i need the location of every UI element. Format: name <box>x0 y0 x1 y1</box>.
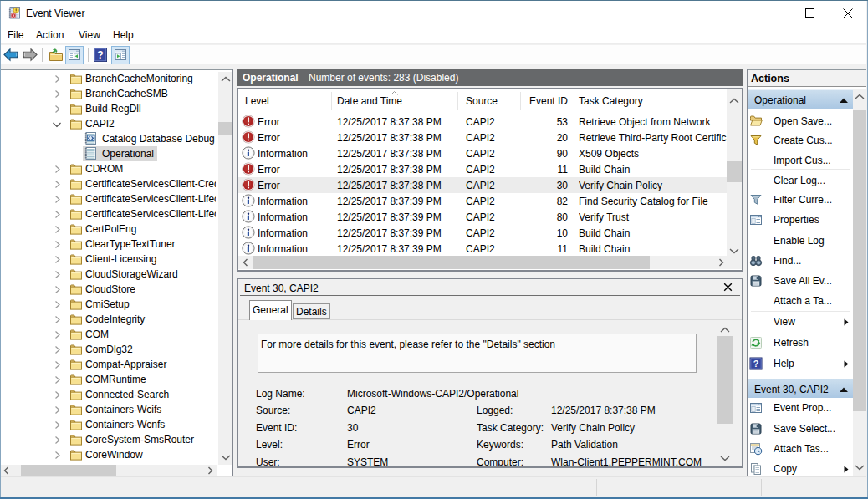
svg-text:?: ? <box>753 359 759 369</box>
svg-text:?: ? <box>97 49 103 61</box>
